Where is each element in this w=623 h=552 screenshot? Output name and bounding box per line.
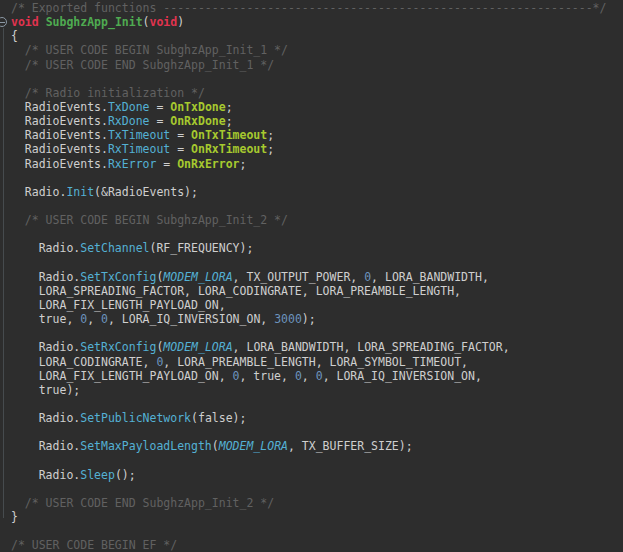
token-plain: , LORA_PREAMBLE_LENGTH, LORA_SYMBOL_TIME…	[163, 355, 468, 369]
token-plain: (false);	[191, 411, 246, 425]
token-plain: =	[149, 114, 170, 128]
code-line: RadioEvents.TxDone = OnTxDone;	[11, 100, 623, 114]
code-line: Radio.Init(&RadioEvents);	[11, 185, 623, 199]
token-comment: /* USER CODE BEGIN SubghzApp_Init_1 */	[11, 43, 288, 57]
code-area[interactable]: /* Exported functions ------------------…	[11, 1, 623, 552]
token-plain: , TX_OUTPUT_POWER,	[233, 270, 365, 284]
code-line: LORA_FIX_LENGTH_PAYLOAD_ON,	[11, 298, 623, 312]
token-member: SetChannel	[80, 241, 149, 255]
token-comment: /* Radio initialization */	[11, 86, 205, 100]
fold-scope-line	[3, 28, 4, 518]
token-member: SetTxConfig	[80, 270, 156, 284]
token-number: 0	[101, 312, 108, 326]
token-comment: /* USER CODE END SubghzApp_Init_1 */	[11, 58, 274, 72]
token-plain: true);	[11, 383, 80, 397]
folding-gutter	[0, 0, 10, 552]
code-line: LORA_CODINGRATE, 0, LORA_PREAMBLE_LENGTH…	[11, 355, 623, 369]
fold-collapse-icon[interactable]	[0, 17, 7, 27]
token-plain: )	[177, 15, 184, 29]
code-line: Radio.SetMaxPayloadLength(MODEM_LORA, TX…	[11, 439, 623, 453]
token-plain: , LORA_BANDWIDTH,	[371, 270, 489, 284]
token-callback: OnTxTimeout	[191, 128, 267, 142]
token-plain: RadioEvents.	[11, 142, 108, 156]
code-line: Radio.SetPublicNetwork(false);	[11, 411, 623, 425]
token-plain: Radio.	[11, 185, 66, 199]
code-line: }	[11, 510, 623, 524]
code-line: /* USER CODE END SubghzApp_Init_1 */	[11, 58, 623, 72]
token-plain: LORA_FIX_LENGTH_PAYLOAD_ON,	[11, 298, 226, 312]
token-plain: Radio.	[11, 468, 80, 482]
token-plain: (	[212, 439, 219, 453]
token-callback: OnTxDone	[170, 100, 225, 114]
token-plain: ;	[267, 142, 274, 156]
code-line: /* Exported functions ------------------…	[11, 1, 623, 15]
token-callback: OnRxDone	[170, 114, 225, 128]
code-line: Radio.Sleep();	[11, 468, 623, 482]
token-member: SetMaxPayloadLength	[80, 439, 212, 453]
token-plain: RadioEvents.	[11, 128, 108, 142]
token-plain: LORA_CODINGRATE,	[11, 355, 156, 369]
token-member: SetPublicNetwork	[80, 411, 191, 425]
code-line: RadioEvents.RxTimeout = OnRxTimeout;	[11, 142, 623, 156]
token-plain: =	[170, 128, 191, 142]
code-line: RadioEvents.RxError = OnRxError;	[11, 157, 623, 171]
code-line: /* Radio initialization */	[11, 86, 623, 100]
token-plain: Radio.	[11, 270, 80, 284]
code-line	[11, 171, 623, 185]
code-line: /* USER CODE END SubghzApp_Init_2 */	[11, 496, 623, 510]
token-plain: ,	[302, 369, 316, 383]
code-line	[11, 326, 623, 340]
token-plain: , LORA_BANDWIDTH, LORA_SPREADING_FACTOR,	[233, 340, 510, 354]
token-callback: OnRxTimeout	[191, 142, 267, 156]
token-keyword: void	[150, 15, 178, 29]
code-line: /* USER CODE BEGIN SubghzApp_Init_2 */	[11, 213, 623, 227]
token-plain: , TX_BUFFER_SIZE);	[288, 439, 413, 453]
token-plain: ();	[115, 468, 136, 482]
code-line: {	[11, 29, 623, 43]
token-plain: =	[170, 142, 191, 156]
token-comment: /* USER CODE END SubghzApp_Init_2 */	[11, 496, 274, 510]
token-callback: OnRxError	[177, 157, 239, 171]
code-line: /* USER CODE BEGIN SubghzApp_Init_1 */	[11, 43, 623, 57]
code-line	[11, 454, 623, 468]
token-member: RxTimeout	[108, 142, 170, 156]
code-line	[11, 482, 623, 496]
token-plain: RadioEvents.	[11, 114, 108, 128]
token-keyword: void	[11, 15, 39, 29]
token-plain: RadioEvents.	[11, 100, 108, 114]
token-enum: MODEM_LORA	[163, 270, 232, 284]
token-number: 0	[316, 369, 323, 383]
code-line: Radio.SetTxConfig(MODEM_LORA, TX_OUTPUT_…	[11, 270, 623, 284]
token-plain: =	[156, 157, 177, 171]
code-line	[11, 425, 623, 439]
code-editor: /* Exported functions ------------------…	[0, 0, 623, 552]
token-plain: LORA_FIX_LENGTH_PAYLOAD_ON,	[11, 369, 233, 383]
token-enum: MODEM_LORA	[219, 439, 288, 453]
token-plain: Radio.	[11, 340, 80, 354]
code-line	[11, 227, 623, 241]
token-plain: ;	[240, 157, 247, 171]
code-line	[11, 524, 623, 538]
token-member: TxTimeout	[108, 128, 170, 142]
token-plain: }	[11, 510, 18, 524]
token-plain: Radio.	[11, 439, 80, 453]
token-comment: /* USER CODE BEGIN SubghzApp_Init_2 */	[11, 213, 288, 227]
token-plain: , LORA_IQ_INVERSION_ON,	[323, 369, 482, 383]
token-plain: (RF_FREQUENCY);	[150, 241, 254, 255]
code-line: Radio.SetChannel(RF_FREQUENCY);	[11, 241, 623, 255]
token-member: SetRxConfig	[80, 340, 156, 354]
token-plain: , true,	[240, 369, 295, 383]
code-line: LORA_FIX_LENGTH_PAYLOAD_ON, 0, true, 0, …	[11, 369, 623, 383]
token-comment: /* USER CODE BEGIN EF */	[11, 538, 177, 552]
code-line: void SubghzApp_Init(void)	[11, 15, 623, 29]
token-plain: RadioEvents.	[11, 157, 108, 171]
token-plain: ;	[226, 114, 233, 128]
token-number: 0	[295, 369, 302, 383]
token-comment: /* Exported functions ------------------…	[11, 1, 606, 15]
token-plain: ;	[267, 128, 274, 142]
token-plain: (	[143, 15, 150, 29]
token-plain: LORA_SPREADING_FACTOR, LORA_CODINGRATE, …	[11, 284, 461, 298]
token-plain: =	[149, 100, 170, 114]
token-member: RxError	[108, 157, 156, 171]
token-member: TxDone	[108, 100, 150, 114]
